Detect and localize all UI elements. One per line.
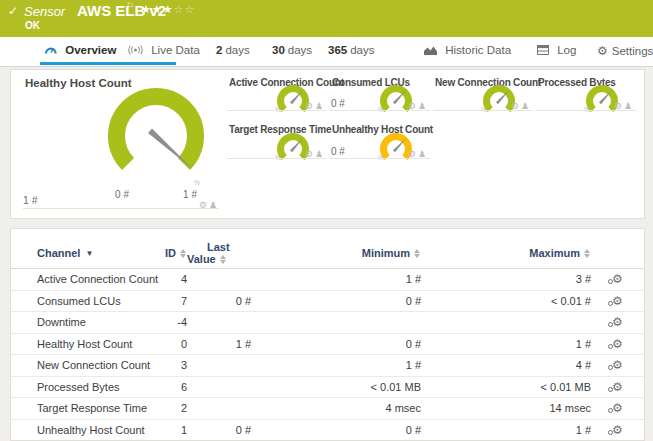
tab-log[interactable]: Log bbox=[537, 44, 576, 62]
table-row[interactable]: Processed Bytes 6 < 0.01 MB < 0.01 MB ⚙ bbox=[11, 377, 644, 399]
channel-minimum: < 0.01 MB bbox=[251, 381, 421, 393]
channel-id: 6 bbox=[161, 381, 187, 393]
channel-maximum: < 0.01 MB bbox=[421, 381, 591, 393]
divider bbox=[227, 110, 327, 111]
tab-365-days[interactable]: 365days bbox=[328, 44, 374, 62]
column-header-channel[interactable]: Channel▼ bbox=[11, 247, 161, 259]
status-badge: OK bbox=[25, 20, 40, 31]
column-header-last-value[interactable]: Last Value bbox=[187, 241, 251, 265]
sensor-overview-page: ✓ Sensor AWS ELB v2 ⚐ ★★★☆☆ OK Overview … bbox=[0, 0, 653, 441]
table-header-row: Channel▼ ID Last Value Minimum Maximum bbox=[11, 229, 644, 269]
tab-label: Overview bbox=[65, 44, 116, 56]
divider bbox=[433, 110, 533, 111]
percent-toggle[interactable]: % bbox=[194, 179, 200, 186]
channel-settings-icon[interactable]: ⚙ bbox=[612, 274, 623, 284]
channel-last-value: 0 # bbox=[187, 424, 251, 436]
channel-minimum: 0 # bbox=[251, 424, 421, 436]
channel-settings-icon[interactable]: ⚙ bbox=[612, 339, 623, 349]
table-row[interactable]: Healthy Host Count 0 1 # 0 # 1 # ⚙ bbox=[11, 334, 644, 356]
table-row[interactable]: New Connection Count 3 1 # 4 # ⚙ bbox=[11, 355, 644, 377]
tab-label: Live Data bbox=[151, 44, 200, 56]
table-row[interactable]: Target Response Time 2 4 msec 14 msec ⚙ bbox=[11, 398, 644, 420]
small-gauge-value: 0 # bbox=[331, 146, 345, 157]
tab-2-days[interactable]: 2days bbox=[216, 44, 250, 62]
channel-settings-icon[interactable]: ⚙ bbox=[612, 296, 623, 306]
primary-gauge-value: 1 # bbox=[23, 194, 38, 206]
channel-name: New Connection Count bbox=[11, 359, 161, 371]
tab-historic-data[interactable]: Historic Data bbox=[424, 44, 511, 62]
tab-label: days bbox=[225, 44, 249, 56]
tab-label: days bbox=[350, 44, 374, 56]
primary-gauge-arc bbox=[117, 96, 196, 163]
tab-30-days[interactable]: 30days bbox=[272, 44, 312, 62]
channel-name: Unhealthy Host Count bbox=[11, 424, 161, 436]
column-header-minimum[interactable]: Minimum bbox=[251, 247, 421, 259]
channel-last-value: 0 # bbox=[187, 295, 251, 307]
sort-icon bbox=[180, 249, 187, 258]
table-row[interactable]: Unhealthy Host Count 1 0 # 0 # 1 # ⚙ bbox=[11, 420, 644, 441]
channel-id: 1 bbox=[161, 424, 187, 436]
channel-table-panel: Channel▼ ID Last Value Minimum Maximum A… bbox=[10, 228, 645, 441]
ok-check-icon: ✓ bbox=[8, 4, 18, 18]
channel-name: Consumed LCUs bbox=[11, 295, 161, 307]
channel-maximum: 1 # bbox=[421, 424, 591, 436]
sort-icon bbox=[584, 249, 591, 258]
table-row[interactable]: Active Connection Count 4 1 # 3 # ⚙ bbox=[11, 269, 644, 291]
column-header-id[interactable]: ID bbox=[161, 247, 187, 259]
tab-number: 30 bbox=[272, 44, 285, 56]
gauge-tab-icon bbox=[44, 45, 60, 57]
divider bbox=[23, 208, 219, 209]
channel-settings-icon[interactable]: ⚙ bbox=[612, 403, 623, 413]
rating-stars-empty: ☆☆ bbox=[174, 3, 196, 15]
primary-gauge-max-label: 1 # bbox=[174, 189, 206, 200]
channel-name: Processed Bytes bbox=[11, 381, 161, 393]
small-gauge-value: 0 # bbox=[331, 98, 345, 109]
divider bbox=[536, 110, 636, 111]
divider bbox=[330, 158, 430, 159]
channel-minimum: 0 # bbox=[251, 338, 421, 350]
table-row[interactable]: Downtime -4 ⚙ bbox=[11, 312, 644, 334]
sort-desc-icon: ▼ bbox=[85, 249, 93, 258]
channel-id: -4 bbox=[161, 316, 187, 328]
channel-id: 0 bbox=[161, 338, 187, 350]
channel-settings-icon[interactable]: ⚙ bbox=[612, 425, 623, 435]
tab-label: Log bbox=[557, 44, 576, 56]
sensor-header: ✓ Sensor AWS ELB v2 ⚐ ★★★☆☆ OK bbox=[0, 0, 653, 37]
channel-maximum: 3 # bbox=[421, 273, 591, 285]
channel-id: 2 bbox=[161, 402, 187, 414]
table-row[interactable]: Consumed LCUs 7 0 # 0 # < 0.01 # ⚙ bbox=[11, 291, 644, 313]
tab-overview[interactable]: Overview bbox=[44, 44, 116, 62]
channel-id: 7 bbox=[161, 295, 187, 307]
tab-label: Settings bbox=[612, 45, 653, 57]
channel-minimum: 1 # bbox=[251, 273, 421, 285]
tab-label: Historic Data bbox=[445, 44, 511, 56]
tab-label: days bbox=[288, 44, 312, 56]
object-kind-label: Sensor bbox=[24, 4, 65, 19]
channel-name: Target Response Time bbox=[11, 402, 161, 414]
priority-flag-icon[interactable]: ⚐ bbox=[126, 1, 134, 11]
column-header-maximum[interactable]: Maximum bbox=[421, 247, 591, 259]
active-tab-underline bbox=[40, 62, 176, 65]
tab-live-data[interactable]: Live Data bbox=[128, 44, 200, 62]
channel-maximum: < 0.01 # bbox=[421, 295, 591, 307]
channel-id: 3 bbox=[161, 359, 187, 371]
channel-settings-icon[interactable]: ⚙ bbox=[612, 360, 623, 370]
rating-stars[interactable]: ★★★☆☆ bbox=[141, 3, 195, 16]
divider bbox=[330, 110, 430, 111]
channel-minimum: 4 msec bbox=[251, 402, 421, 414]
chart-icon bbox=[424, 45, 440, 57]
channel-settings-icon[interactable]: ⚙ bbox=[612, 317, 623, 327]
gauges-panel: Healthy Host Count % 0 # 1 # 1 # ⚙♟ Acti… bbox=[10, 69, 645, 219]
primary-gauge[interactable] bbox=[96, 76, 216, 196]
channel-settings-icon[interactable]: ⚙ bbox=[612, 382, 623, 392]
divider bbox=[227, 158, 327, 159]
channel-name: Downtime bbox=[11, 316, 161, 328]
channel-maximum: 14 msec bbox=[421, 402, 591, 414]
channel-id: 4 bbox=[161, 273, 187, 285]
channel-minimum: 0 # bbox=[251, 295, 421, 307]
sort-icon bbox=[414, 249, 421, 258]
sort-icon bbox=[220, 255, 227, 264]
rating-stars-filled: ★★★ bbox=[141, 3, 174, 15]
signal-icon bbox=[128, 45, 146, 57]
tab-settings[interactable]: ⚙Settings bbox=[597, 44, 653, 62]
